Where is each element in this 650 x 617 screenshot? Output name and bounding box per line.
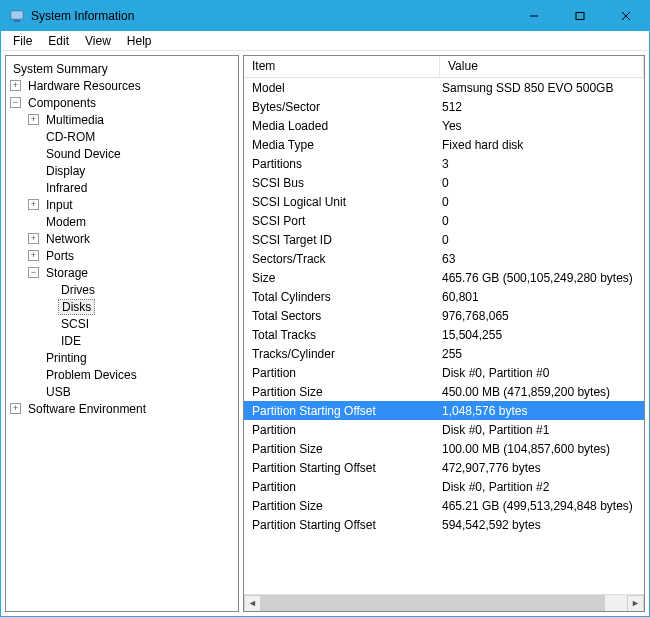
expand-icon[interactable]: +	[28, 233, 39, 244]
tree-problem-devices[interactable]: Problem Devices	[8, 366, 236, 383]
cell-item: Media Type	[244, 138, 440, 152]
tree-printing[interactable]: Printing	[8, 349, 236, 366]
tree-scsi[interactable]: SCSI	[8, 315, 236, 332]
tree-modem[interactable]: Modem	[8, 213, 236, 230]
tree-network[interactable]: +Network	[8, 230, 236, 247]
cell-value: 465.76 GB (500,105,249,280 bytes)	[440, 271, 644, 285]
cell-item: Model	[244, 81, 440, 95]
category-tree[interactable]: System Summary +Hardware Resources −Comp…	[6, 56, 238, 611]
cell-item: Partitions	[244, 157, 440, 171]
menu-file[interactable]: File	[5, 32, 40, 50]
tree-label: Hardware Resources	[25, 79, 144, 93]
detail-header: Item Value	[244, 56, 644, 78]
cell-item: Bytes/Sector	[244, 100, 440, 114]
tree-multimedia[interactable]: +Multimedia	[8, 111, 236, 128]
table-row[interactable]: Partition Size100.00 MB (104,857,600 byt…	[244, 439, 644, 458]
table-row[interactable]: Tracks/Cylinder255	[244, 344, 644, 363]
tree-software-environment[interactable]: +Software Environment	[8, 400, 236, 417]
expand-icon[interactable]: +	[28, 250, 39, 261]
table-row[interactable]: Bytes/Sector512	[244, 97, 644, 116]
tree-disks[interactable]: Disks	[8, 298, 236, 315]
cell-item: Total Cylinders	[244, 290, 440, 304]
tree-sound-device[interactable]: Sound Device	[8, 145, 236, 162]
table-row[interactable]: PartitionDisk #0, Partition #1	[244, 420, 644, 439]
svg-rect-4	[576, 13, 584, 20]
cell-value: 60,801	[440, 290, 644, 304]
table-row[interactable]: Partition Size450.00 MB (471,859,200 byt…	[244, 382, 644, 401]
menu-view[interactable]: View	[77, 32, 119, 50]
tree-input[interactable]: +Input	[8, 196, 236, 213]
scroll-track[interactable]	[261, 595, 627, 612]
expand-icon[interactable]: +	[28, 199, 39, 210]
cell-item: SCSI Logical Unit	[244, 195, 440, 209]
table-row[interactable]: SCSI Port0	[244, 211, 644, 230]
tree-components[interactable]: −Components	[8, 94, 236, 111]
collapse-icon[interactable]: −	[28, 267, 39, 278]
tree-root[interactable]: System Summary	[8, 60, 236, 77]
table-row[interactable]: Media LoadedYes	[244, 116, 644, 135]
scroll-thumb[interactable]	[261, 595, 605, 612]
content-area: System Summary +Hardware Resources −Comp…	[1, 51, 649, 616]
cell-item: SCSI Bus	[244, 176, 440, 190]
scroll-right-icon[interactable]: ►	[627, 595, 644, 612]
expand-icon[interactable]: +	[28, 114, 39, 125]
minimize-button[interactable]	[511, 1, 557, 31]
table-row[interactable]: Size465.76 GB (500,105,249,280 bytes)	[244, 268, 644, 287]
tree-storage[interactable]: −Storage	[8, 264, 236, 281]
table-row[interactable]: Partitions3	[244, 154, 644, 173]
table-row[interactable]: Partition Starting Offset1,048,576 bytes	[244, 401, 644, 420]
tree-infrared[interactable]: Infrared	[8, 179, 236, 196]
maximize-button[interactable]	[557, 1, 603, 31]
tree-label: Storage	[43, 266, 91, 280]
table-row[interactable]: PartitionDisk #0, Partition #2	[244, 477, 644, 496]
cell-item: Total Sectors	[244, 309, 440, 323]
table-row[interactable]: Total Sectors976,768,065	[244, 306, 644, 325]
table-row[interactable]: PartitionDisk #0, Partition #0	[244, 363, 644, 382]
collapse-icon[interactable]: −	[10, 97, 21, 108]
app-icon	[9, 8, 25, 24]
table-row[interactable]: ModelSamsung SSD 850 EVO 500GB	[244, 78, 644, 97]
table-row[interactable]: Sectors/Track63	[244, 249, 644, 268]
tree-ide[interactable]: IDE	[8, 332, 236, 349]
tree-display[interactable]: Display	[8, 162, 236, 179]
scroll-left-icon[interactable]: ◄	[244, 595, 261, 612]
cell-value: Disk #0, Partition #2	[440, 480, 644, 494]
tree-cdrom[interactable]: CD-ROM	[8, 128, 236, 145]
table-row[interactable]: SCSI Target ID0	[244, 230, 644, 249]
column-header-value[interactable]: Value	[440, 56, 644, 77]
tree-label: Problem Devices	[43, 368, 140, 382]
cell-value: Disk #0, Partition #0	[440, 366, 644, 380]
tree-label: Infrared	[43, 181, 90, 195]
table-row[interactable]: Total Cylinders60,801	[244, 287, 644, 306]
menu-edit[interactable]: Edit	[40, 32, 77, 50]
tree-drives[interactable]: Drives	[8, 281, 236, 298]
close-button[interactable]	[603, 1, 649, 31]
table-row[interactable]: Media TypeFixed hard disk	[244, 135, 644, 154]
window: System Information File Edit View Help S…	[0, 0, 650, 617]
window-title: System Information	[31, 9, 511, 23]
tree-ports[interactable]: +Ports	[8, 247, 236, 264]
horizontal-scrollbar[interactable]: ◄ ►	[244, 594, 644, 611]
expand-icon[interactable]: +	[10, 403, 21, 414]
cell-value: 1,048,576 bytes	[440, 404, 644, 418]
cell-item: Partition Size	[244, 442, 440, 456]
titlebar[interactable]: System Information	[1, 1, 649, 31]
menu-help[interactable]: Help	[119, 32, 160, 50]
tree-label: Sound Device	[43, 147, 124, 161]
table-row[interactable]: Partition Size465.21 GB (499,513,294,848…	[244, 496, 644, 515]
svg-rect-1	[14, 20, 20, 22]
table-row[interactable]: SCSI Logical Unit0	[244, 192, 644, 211]
table-row[interactable]: Partition Starting Offset472,907,776 byt…	[244, 458, 644, 477]
table-row[interactable]: SCSI Bus0	[244, 173, 644, 192]
cell-item: Size	[244, 271, 440, 285]
cell-value: Samsung SSD 850 EVO 500GB	[440, 81, 644, 95]
detail-body[interactable]: ModelSamsung SSD 850 EVO 500GBBytes/Sect…	[244, 78, 644, 594]
table-row[interactable]: Partition Starting Offset594,542,592 byt…	[244, 515, 644, 534]
tree-usb[interactable]: USB	[8, 383, 236, 400]
expand-icon[interactable]: +	[10, 80, 21, 91]
tree-hardware-resources[interactable]: +Hardware Resources	[8, 77, 236, 94]
cell-item: Partition Starting Offset	[244, 404, 440, 418]
table-row[interactable]: Total Tracks15,504,255	[244, 325, 644, 344]
cell-item: Partition Size	[244, 385, 440, 399]
column-header-item[interactable]: Item	[244, 56, 440, 77]
